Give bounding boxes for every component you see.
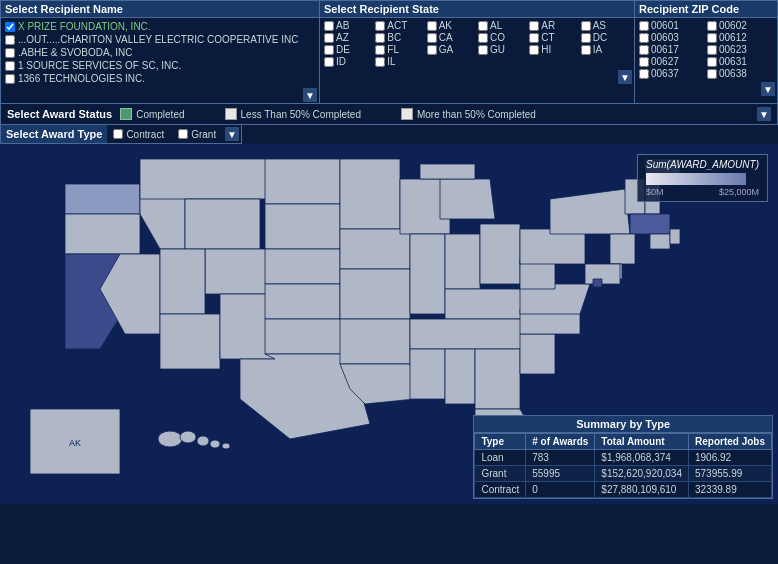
list-item[interactable]: ...OUT.....CHARITON VALLEY ELECTRIC COOP… bbox=[5, 33, 315, 46]
state-nj[interactable] bbox=[610, 234, 635, 264]
zip-item-9[interactable]: 00637 bbox=[639, 68, 705, 79]
row-amount-grant: $152,620,920,034 bbox=[595, 466, 689, 482]
state-il[interactable] bbox=[410, 234, 445, 314]
contract-checkbox[interactable] bbox=[113, 129, 123, 139]
table-row: Contract 0 $27,880,109,610 32339.89 bbox=[475, 482, 772, 498]
state-item-dc[interactable]: DC bbox=[581, 32, 630, 43]
state-ia[interactable] bbox=[340, 229, 410, 269]
zip-item-4[interactable]: 00612 bbox=[707, 32, 773, 43]
zip-item-10[interactable]: 00638 bbox=[707, 68, 773, 79]
state-ok[interactable] bbox=[265, 319, 350, 354]
status-completed[interactable]: Completed bbox=[120, 108, 184, 120]
list-item[interactable]: X PRIZE FOUNDATION, INC. bbox=[5, 20, 315, 33]
state-item-id[interactable]: ID bbox=[324, 56, 373, 67]
zip-item-2[interactable]: 00602 bbox=[707, 20, 773, 31]
state-md[interactable] bbox=[585, 264, 620, 284]
zip-item-6[interactable]: 00623 bbox=[707, 44, 773, 55]
status-less50[interactable]: Less Than 50% Completed bbox=[225, 108, 361, 120]
zip-item-5[interactable]: 00617 bbox=[639, 44, 705, 55]
state-item-ab[interactable]: AB bbox=[324, 20, 373, 31]
list-item[interactable]: 1366 TECHNOLOGIES INC. bbox=[5, 72, 315, 85]
zip-item-8[interactable]: 00631 bbox=[707, 56, 773, 67]
recipient-label-2: ...OUT.....CHARITON VALLEY ELECTRIC COOP… bbox=[18, 34, 298, 45]
state-item-de[interactable]: DE bbox=[324, 44, 373, 55]
state-nd[interactable] bbox=[265, 159, 340, 204]
recipient-checkbox-1[interactable] bbox=[5, 22, 15, 32]
recipient-checkbox-3[interactable] bbox=[5, 48, 15, 58]
state-item-az[interactable]: AZ bbox=[324, 32, 373, 43]
state-hi-3[interactable] bbox=[197, 436, 209, 446]
recipient-checkbox-2[interactable] bbox=[5, 35, 15, 45]
col-type: Type bbox=[475, 434, 526, 450]
list-item[interactable]: .ABHE & SVOBODA, INC bbox=[5, 46, 315, 59]
list-item[interactable]: 1 SOURCE SERVICES OF SC, INC. bbox=[5, 59, 315, 72]
state-item-al[interactable]: AL bbox=[478, 20, 527, 31]
state-item-gu[interactable]: GU bbox=[478, 44, 527, 55]
award-type-scroll-down-icon[interactable]: ▼ bbox=[225, 127, 239, 141]
state-hi-5[interactable] bbox=[222, 443, 230, 449]
state-in[interactable] bbox=[445, 234, 480, 289]
state-al[interactable] bbox=[445, 349, 475, 404]
state-ky[interactable] bbox=[445, 289, 525, 319]
state-ny[interactable] bbox=[550, 189, 630, 234]
state-or[interactable] bbox=[65, 214, 140, 254]
state-mi[interactable] bbox=[440, 179, 495, 219]
state-item-bc[interactable]: BC bbox=[375, 32, 424, 43]
state-ct[interactable] bbox=[650, 234, 670, 249]
state-ga[interactable] bbox=[475, 349, 520, 409]
zip-item-1[interactable]: 00601 bbox=[639, 20, 705, 31]
state-sc[interactable] bbox=[520, 334, 555, 374]
grant-checkbox[interactable] bbox=[178, 129, 188, 139]
state-item-il[interactable]: IL bbox=[375, 56, 424, 67]
state-mt[interactable] bbox=[140, 159, 270, 199]
table-row: Grant 55995 $152,620,920,034 573955.99 bbox=[475, 466, 772, 482]
state-tn[interactable] bbox=[410, 319, 525, 349]
state-mn[interactable] bbox=[340, 159, 400, 229]
state-item-ar[interactable]: AR bbox=[529, 20, 578, 31]
state-ms[interactable] bbox=[410, 349, 445, 399]
scroll-down-icon[interactable]: ▼ bbox=[303, 88, 317, 102]
col-awards: # of Awards bbox=[526, 434, 595, 450]
state-mi-up[interactable] bbox=[420, 164, 475, 179]
state-ne[interactable] bbox=[265, 249, 340, 284]
state-hi-4[interactable] bbox=[210, 440, 220, 448]
zip-item-7[interactable]: 00627 bbox=[639, 56, 705, 67]
state-az[interactable] bbox=[160, 314, 220, 369]
status-more50[interactable]: More than 50% Completed bbox=[401, 108, 536, 120]
award-type-contract[interactable]: Contract bbox=[113, 129, 164, 140]
state-co[interactable] bbox=[205, 249, 275, 294]
zip-item-3[interactable]: 00603 bbox=[639, 32, 705, 43]
contract-label: Contract bbox=[126, 129, 164, 140]
state-item-fl[interactable]: FL bbox=[375, 44, 424, 55]
state-sd[interactable] bbox=[265, 204, 340, 249]
state-wa[interactable] bbox=[65, 184, 140, 214]
state-mo[interactable] bbox=[340, 269, 410, 319]
recipient-checkbox-5[interactable] bbox=[5, 74, 15, 84]
state-hi-2[interactable] bbox=[180, 431, 196, 443]
state-scroll-down-icon[interactable]: ▼ bbox=[618, 70, 632, 84]
status-scroll-down-icon[interactable]: ▼ bbox=[757, 107, 771, 121]
state-ar[interactable] bbox=[340, 319, 410, 364]
state-item-hi[interactable]: HI bbox=[529, 44, 578, 55]
state-item-ak[interactable]: AK bbox=[427, 20, 476, 31]
state-ut[interactable] bbox=[160, 249, 205, 314]
state-ri[interactable] bbox=[670, 229, 680, 244]
state-item-ia[interactable]: IA bbox=[581, 44, 630, 55]
state-ks[interactable] bbox=[265, 284, 340, 319]
award-type-grant[interactable]: Grant bbox=[178, 129, 216, 140]
state-item-ca[interactable]: CA bbox=[427, 32, 476, 43]
state-item-as[interactable]: AS bbox=[581, 20, 630, 31]
award-type-panel: Select Award Type Contract Grant ▼ bbox=[0, 125, 242, 144]
state-item-act[interactable]: ACT bbox=[375, 20, 424, 31]
state-oh[interactable] bbox=[480, 224, 520, 284]
state-item-ct[interactable]: CT bbox=[529, 32, 578, 43]
state-item-ga[interactable]: GA bbox=[427, 44, 476, 55]
state-item-co[interactable]: CO bbox=[478, 32, 527, 43]
state-wy[interactable] bbox=[185, 199, 260, 249]
less50-label: Less Than 50% Completed bbox=[241, 109, 361, 120]
recipient-checkbox-4[interactable] bbox=[5, 61, 15, 71]
zip-scroll-down-icon[interactable]: ▼ bbox=[761, 82, 775, 96]
state-ma[interactable] bbox=[630, 214, 670, 234]
state-hi-1[interactable] bbox=[158, 431, 182, 447]
state-dc[interactable] bbox=[593, 279, 602, 287]
